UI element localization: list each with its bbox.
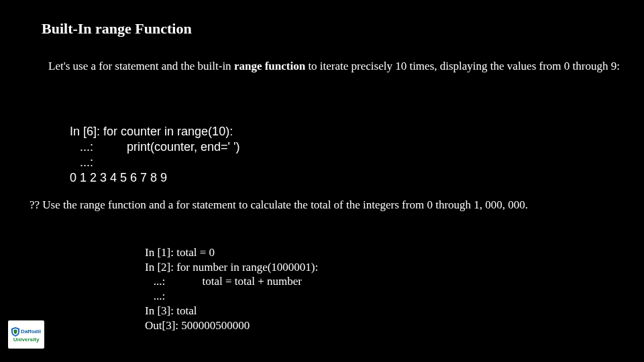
logo-top-row: Daffodil (11, 327, 41, 337)
intro-pre: Let's use a for statement and the built-… (48, 60, 234, 72)
code-block-2: In [1]: total = 0 In [2]: for number in … (145, 231, 318, 333)
code1-line1: In [6]: for counter in range(10): (70, 125, 233, 138)
shield-icon (11, 327, 19, 337)
code2-line3: ...: total = total + number (145, 275, 302, 288)
logo-text-university: University (13, 337, 40, 343)
slide: Built-In range Function Let's use a for … (0, 0, 644, 362)
question-text: ?? Use the range function and a for stat… (30, 198, 528, 212)
code-block-1: In [6]: for counter in range(10): ...: p… (70, 109, 240, 186)
logo-text-daffodil: Daffodil (21, 329, 41, 335)
intro-bold: range function (234, 60, 305, 72)
code2-line4: ...: (145, 290, 165, 302)
code1-line3: ...: (70, 156, 93, 169)
code2-line2: In [2]: for number in range(1000001): (145, 261, 318, 274)
university-logo: Daffodil University (8, 320, 44, 349)
code2-line5: In [3]: total (145, 304, 197, 317)
intro-paragraph: Let's use a for statement and the built-… (48, 59, 624, 73)
code2-line1: In [1]: total = 0 (145, 246, 215, 259)
slide-title: Built-In range Function (42, 20, 192, 38)
code2-line6: Out[3]: 500000500000 (145, 319, 250, 332)
code1-line4: 0 1 2 3 4 5 6 7 8 9 (70, 171, 167, 184)
intro-post: to iterate precisely 10 times, displayin… (305, 60, 620, 72)
code1-line2: ...: print(counter, end=' ') (70, 140, 240, 154)
